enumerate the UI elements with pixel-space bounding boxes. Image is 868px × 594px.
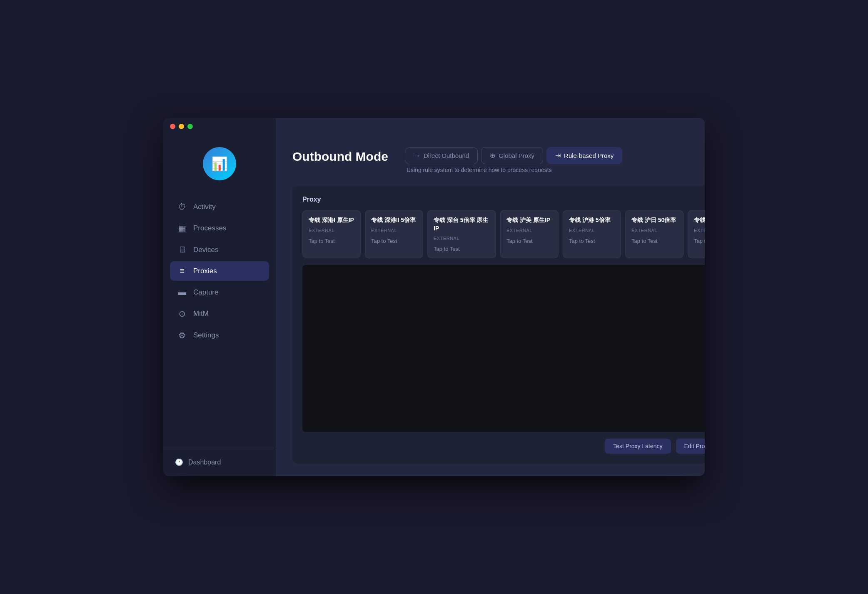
proxies-icon: ≡ [177,266,187,276]
direct-outbound-button[interactable]: → Direct Outbound [405,147,478,164]
proxy-card-type-1: EXTERNAL [371,228,417,233]
sidebar-item-label: Devices [193,246,218,254]
proxy-dark-area [302,265,705,432]
proxy-card-name-6: 专线 京港 5倍率 [694,216,705,225]
devices-icon: 🖥 [177,245,187,255]
proxy-card-type-0: EXTERNAL [309,228,354,233]
sidebar-item-settings[interactable]: ⚙ Settings [170,325,269,345]
proxy-card-action-4: Tap to Test [569,238,615,244]
dashboard-area: 🕐 Dashboard [163,448,276,476]
proxy-card-type-4: EXTERNAL [569,228,615,233]
global-icon: ⊕ [490,152,495,160]
dashboard-button[interactable]: 🕐 Dashboard [172,455,267,469]
sidebar-item-proxies[interactable]: ≡ Proxies [170,261,269,281]
app-logo: 📊 [203,147,236,180]
sidebar-item-label: MitM [193,309,209,318]
sidebar-item-label: Capture [193,288,218,297]
close-dot[interactable] [170,124,175,129]
proxy-section: Proxy 专线 深港I 原生IP EXTERNAL Tap to Test 专… [292,186,705,464]
edit-proxy-rules-button[interactable]: Edit Proxy Rules [676,439,705,454]
main-content: Outbound Mode → Direct Outbound ⊕ Global… [276,118,705,476]
proxy-card-action-3: Tap to Test [506,238,552,244]
proxy-card-2[interactable]: 专线 深台 5倍率 原生IP EXTERNAL Tap to Test [427,210,496,258]
processes-icon: ▦ [177,223,187,233]
settings-icon: ⚙ [177,330,187,340]
proxy-card-name-5: 专线 沪日 50倍率 [631,216,677,225]
sidebar-item-capture[interactable]: ▬ Capture [170,282,269,302]
proxy-card-type-2: EXTERNAL [434,236,490,241]
mitm-icon: ⊙ [177,309,187,319]
header-row: Outbound Mode → Direct Outbound ⊕ Global… [292,147,705,173]
proxy-card-action-1: Tap to Test [371,238,417,244]
content-area: Outbound Mode → Direct Outbound ⊕ Global… [276,135,705,476]
logo-area: 📊 [163,139,276,193]
direct-label: Direct Outbound [424,152,469,159]
sidebar-item-activity[interactable]: ⏱ Activity [170,197,269,217]
titlebar [163,118,705,135]
proxy-card-name-2: 专线 深台 5倍率 原生IP [434,216,490,232]
logo-icon: 📊 [211,156,228,172]
sidebar-item-mitm[interactable]: ⊙ MitM [170,304,269,324]
global-proxy-button[interactable]: ⊕ Global Proxy [481,147,543,164]
rule-icon: ⇥ [555,152,561,160]
proxy-card-4[interactable]: 专线 沪港 5倍率 EXTERNAL Tap to Test [563,210,621,258]
sidebar-item-label: Activity [193,203,216,211]
dashboard-icon: 🕐 [175,458,183,466]
app-window: 📊 ⏱ Activity ▦ Processes 🖥 Devices ≡ Pro… [163,118,705,476]
proxy-card-6[interactable]: 专线 京港 5倍率 EXTERNAL Tap to Test [688,210,705,258]
proxy-card-0[interactable]: 专线 深港I 原生IP EXTERNAL Tap to Test [302,210,361,258]
activity-icon: ⏱ [177,202,187,212]
test-proxy-latency-button[interactable]: Test Proxy Latency [605,439,671,454]
proxy-card-name-3: 专线 沪美 原生IP [506,216,552,225]
direct-icon: → [414,152,420,160]
sidebar-item-label: Settings [193,331,219,339]
maximize-dot[interactable] [187,124,193,129]
proxy-card-type-3: EXTERNAL [506,228,552,233]
mode-subtitle: Using rule system to determine how to pr… [405,167,622,173]
page-title: Outbound Mode [292,147,388,164]
mode-buttons: → Direct Outbound ⊕ Global Proxy ⇥ Rule-… [405,147,622,164]
capture-icon: ▬ [177,287,187,297]
proxy-card-name-4: 专线 沪港 5倍率 [569,216,615,225]
minimize-dot[interactable] [179,124,184,129]
proxy-card-name-0: 专线 深港I 原生IP [309,216,354,225]
nav-items: ⏱ Activity ▦ Processes 🖥 Devices ≡ Proxi… [163,193,276,448]
sidebar-item-label: Proxies [193,267,217,275]
proxy-card-name-1: 专线 深港II 5倍率 [371,216,417,225]
rule-based-proxy-button[interactable]: ⇥ Rule-based Proxy [546,147,622,164]
sidebar-item-label: Processes [193,224,226,232]
sidebar: 📊 ⏱ Activity ▦ Processes 🖥 Devices ≡ Pro… [163,118,276,476]
proxy-card-action-6: Tap to Test [694,238,705,244]
global-label: Global Proxy [499,152,534,159]
sidebar-item-processes[interactable]: ▦ Processes [170,218,269,238]
dashboard-label: Dashboard [188,459,221,466]
proxy-section-label: Proxy [302,196,705,203]
proxy-card-action-5: Tap to Test [631,238,677,244]
proxy-card-5[interactable]: 专线 沪日 50倍率 EXTERNAL Tap to Test [625,210,683,258]
rule-label: Rule-based Proxy [564,152,614,159]
footer-row: Test Proxy Latency Edit Proxy Rules [302,439,705,454]
proxy-card-action-2: Tap to Test [434,246,490,252]
sidebar-item-devices[interactable]: 🖥 Devices [170,240,269,260]
proxy-cards: 专线 深港I 原生IP EXTERNAL Tap to Test 专线 深港II… [302,210,705,258]
proxy-card-1[interactable]: 专线 深港II 5倍率 EXTERNAL Tap to Test [365,210,423,258]
proxy-card-action-0: Tap to Test [309,238,354,244]
proxy-card-3[interactable]: 专线 沪美 原生IP EXTERNAL Tap to Test [500,210,559,258]
proxy-card-type-5: EXTERNAL [631,228,677,233]
proxy-card-type-6: EXTERNAL [694,228,705,233]
